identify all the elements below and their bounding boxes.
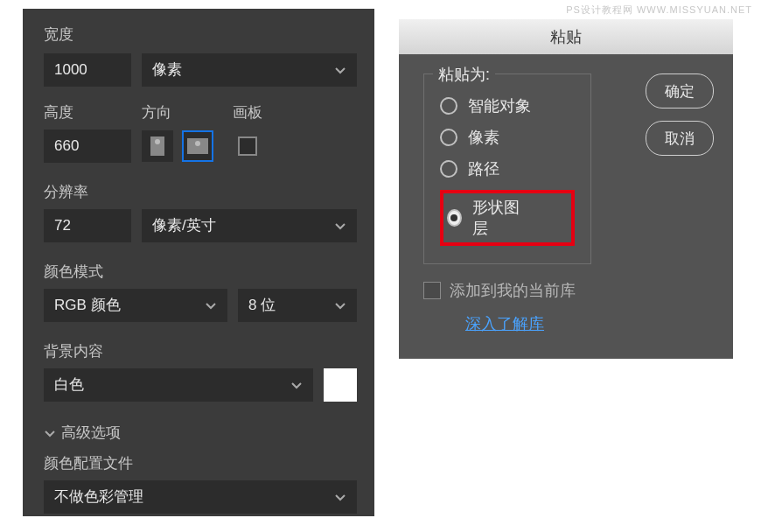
artboard-label: 画板 [233,102,262,122]
ok-button[interactable]: 确定 [646,74,714,108]
radio-path[interactable]: 路径 [440,158,575,179]
new-document-panel: 宽度 1000 像素 高度 方向 画板 660 分辨率 72 像素/英寸 [23,9,374,516]
color-profile-select[interactable]: 不做色彩管理 [44,480,357,514]
artboard-checkbox[interactable] [238,136,257,156]
background-value: 白色 [54,368,84,402]
chevron-down-icon [334,299,346,312]
radio-label: 路径 [468,158,499,179]
advanced-options-header[interactable]: 高级选项 [44,423,357,443]
colormode-select[interactable]: RGB 颜色 [44,289,227,322]
background-label: 背景内容 [44,341,357,361]
radio-pixels[interactable]: 像素 [440,127,575,148]
colormode-value: RGB 颜色 [54,289,121,322]
paste-as-fieldset: 粘贴为: 智能对象 像素 路径 [423,74,591,264]
radio-smart-object[interactable]: 智能对象 [440,95,575,116]
cancel-button[interactable]: 取消 [646,121,714,156]
orientation-portrait-button[interactable] [142,130,173,162]
landscape-icon [187,138,208,154]
paste-dialog: 粘贴 粘贴为: 智能对象 像素 路径 [399,19,733,359]
resolution-input[interactable]: 72 [44,209,131,242]
height-input[interactable]: 660 [44,130,131,163]
radio-label: 智能对象 [468,95,531,116]
height-label: 高度 [44,102,142,122]
radio-shape-layer[interactable]: 形状图层 [447,197,522,239]
colormode-label: 颜色模式 [44,262,357,282]
chevron-down-icon [290,379,303,391]
dialog-title: 粘贴 [399,19,733,54]
chevron-down-icon [334,491,346,503]
orientation-label: 方向 [142,102,233,122]
watermark-label: PS设计教程网 WWW.MISSYUAN.NET [566,4,752,15]
resolution-unit-value: 像素/英寸 [152,209,216,242]
radio-icon [440,160,457,178]
radio-label: 形状图层 [472,197,522,239]
colordepth-value: 8 位 [248,289,276,322]
background-select[interactable]: 白色 [44,368,313,402]
width-unit-value: 像素 [152,53,182,87]
chevron-down-icon [205,299,217,312]
width-label: 宽度 [44,24,357,45]
colordepth-select[interactable]: 8 位 [238,289,357,322]
advanced-options-label: 高级选项 [61,423,121,443]
chevron-down-icon [334,64,346,76]
orientation-landscape-button[interactable] [182,130,213,162]
chevron-down-icon [44,427,56,439]
width-input[interactable]: 1000 [44,53,131,87]
resolution-label: 分辨率 [44,182,357,202]
portrait-icon [150,136,164,156]
profile-label: 颜色配置文件 [44,453,357,473]
add-to-library-label: 添加到我的当前库 [450,280,576,301]
radio-icon [440,97,457,115]
radio-icon [440,129,457,146]
resolution-unit-select[interactable]: 像素/英寸 [142,209,357,242]
paste-as-legend: 粘贴为: [433,64,495,85]
chevron-down-icon [334,220,346,232]
radio-icon [447,209,462,227]
color-profile-value: 不做色彩管理 [54,480,143,514]
width-unit-select[interactable]: 像素 [142,53,357,87]
radio-shape-highlight: 形状图层 [440,190,575,246]
add-to-library-checkbox[interactable] [423,282,441,299]
learn-about-libraries-link[interactable]: 深入了解库 [465,315,544,332]
background-color-swatch[interactable] [324,368,357,402]
radio-label: 像素 [468,127,499,148]
